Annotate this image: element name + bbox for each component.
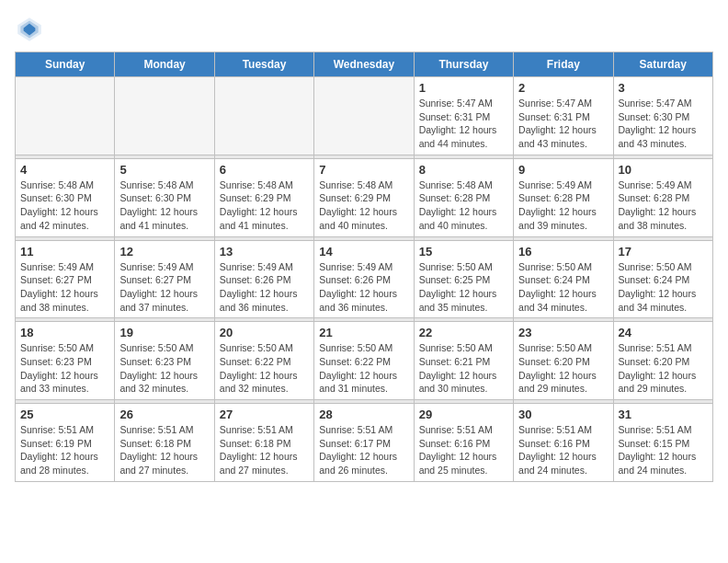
day-info: Sunrise: 5:50 AMSunset: 6:22 PMDaylight:… <box>220 341 309 396</box>
day-info: Sunrise: 5:49 AMSunset: 6:28 PMDaylight:… <box>619 178 708 233</box>
day-number: 20 <box>220 326 309 339</box>
day-number: 18 <box>20 326 109 339</box>
day-number: 12 <box>119 245 209 259</box>
day-number: 2 <box>518 81 608 95</box>
day-cell: 4Sunrise: 5:48 AMSunset: 6:30 PMDaylight… <box>16 158 115 236</box>
day-cell: 20Sunrise: 5:50 AMSunset: 6:22 PMDayligh… <box>214 322 313 400</box>
week-row-5: 25Sunrise: 5:51 AMSunset: 6:19 PMDayligh… <box>16 404 713 482</box>
weekday-header-tuesday: Tuesday <box>214 52 313 77</box>
day-cell: 27Sunrise: 5:51 AMSunset: 6:18 PMDayligh… <box>214 404 313 482</box>
calendar-table: SundayMondayTuesdayWednesdayThursdayFrid… <box>15 52 713 482</box>
day-info: Sunrise: 5:48 AMSunset: 6:29 PMDaylight:… <box>220 178 309 233</box>
day-cell: 3Sunrise: 5:47 AMSunset: 6:30 PMDaylight… <box>613 77 712 155</box>
day-cell <box>314 77 414 155</box>
logo-icon <box>15 15 44 44</box>
day-number: 4 <box>20 163 109 177</box>
page-header <box>15 15 713 44</box>
day-number: 11 <box>20 245 109 259</box>
day-info: Sunrise: 5:47 AMSunset: 6:30 PMDaylight:… <box>619 97 708 151</box>
weekday-header-thursday: Thursday <box>414 52 513 77</box>
day-number: 31 <box>619 408 708 421</box>
day-info: Sunrise: 5:50 AMSunset: 6:21 PMDaylight:… <box>419 341 508 396</box>
day-number: 1 <box>419 81 508 95</box>
weekday-header-wednesday: Wednesday <box>314 52 414 77</box>
day-info: Sunrise: 5:49 AMSunset: 6:26 PMDaylight:… <box>220 260 309 315</box>
day-info: Sunrise: 5:51 AMSunset: 6:18 PMDaylight:… <box>119 423 209 477</box>
day-cell: 28Sunrise: 5:51 AMSunset: 6:17 PMDayligh… <box>314 404 414 482</box>
day-cell: 17Sunrise: 5:50 AMSunset: 6:24 PMDayligh… <box>613 240 712 318</box>
logo <box>15 15 48 44</box>
day-cell: 14Sunrise: 5:49 AMSunset: 6:26 PMDayligh… <box>314 240 414 318</box>
day-cell: 21Sunrise: 5:50 AMSunset: 6:22 PMDayligh… <box>314 322 414 400</box>
day-cell: 5Sunrise: 5:48 AMSunset: 6:30 PMDaylight… <box>115 158 214 236</box>
day-cell: 2Sunrise: 5:47 AMSunset: 6:31 PMDaylight… <box>514 77 613 155</box>
day-cell: 10Sunrise: 5:49 AMSunset: 6:28 PMDayligh… <box>613 158 712 236</box>
day-info: Sunrise: 5:49 AMSunset: 6:28 PMDaylight:… <box>518 178 608 233</box>
day-info: Sunrise: 5:47 AMSunset: 6:31 PMDaylight:… <box>518 97 608 151</box>
day-number: 22 <box>419 326 508 339</box>
day-info: Sunrise: 5:51 AMSunset: 6:17 PMDaylight:… <box>319 423 408 477</box>
day-number: 8 <box>419 163 508 177</box>
day-cell <box>16 77 115 155</box>
day-cell: 31Sunrise: 5:51 AMSunset: 6:15 PMDayligh… <box>613 404 712 482</box>
day-cell: 9Sunrise: 5:49 AMSunset: 6:28 PMDaylight… <box>514 158 613 236</box>
day-info: Sunrise: 5:50 AMSunset: 6:24 PMDaylight:… <box>619 260 708 315</box>
day-info: Sunrise: 5:51 AMSunset: 6:16 PMDaylight:… <box>518 423 608 477</box>
day-number: 23 <box>518 326 608 339</box>
day-number: 27 <box>220 408 309 421</box>
day-info: Sunrise: 5:49 AMSunset: 6:26 PMDaylight:… <box>319 260 408 315</box>
week-row-1: 1Sunrise: 5:47 AMSunset: 6:31 PMDaylight… <box>16 77 713 155</box>
day-info: Sunrise: 5:51 AMSunset: 6:18 PMDaylight:… <box>220 423 309 477</box>
day-number: 6 <box>220 163 309 177</box>
day-cell: 6Sunrise: 5:48 AMSunset: 6:29 PMDaylight… <box>214 158 313 236</box>
day-info: Sunrise: 5:51 AMSunset: 6:15 PMDaylight:… <box>619 423 708 477</box>
day-cell: 18Sunrise: 5:50 AMSunset: 6:23 PMDayligh… <box>16 322 115 400</box>
day-number: 28 <box>319 408 408 421</box>
day-number: 5 <box>119 163 209 177</box>
day-number: 26 <box>119 408 209 421</box>
day-info: Sunrise: 5:50 AMSunset: 6:25 PMDaylight:… <box>419 260 508 315</box>
day-cell: 26Sunrise: 5:51 AMSunset: 6:18 PMDayligh… <box>115 404 214 482</box>
day-number: 13 <box>220 245 309 259</box>
week-row-3: 11Sunrise: 5:49 AMSunset: 6:27 PMDayligh… <box>16 240 713 318</box>
weekday-header-monday: Monday <box>115 52 214 77</box>
day-cell: 12Sunrise: 5:49 AMSunset: 6:27 PMDayligh… <box>115 240 214 318</box>
week-row-4: 18Sunrise: 5:50 AMSunset: 6:23 PMDayligh… <box>16 322 713 400</box>
day-info: Sunrise: 5:51 AMSunset: 6:20 PMDaylight:… <box>619 341 708 396</box>
day-number: 3 <box>619 81 708 95</box>
day-info: Sunrise: 5:50 AMSunset: 6:20 PMDaylight:… <box>518 341 608 396</box>
day-info: Sunrise: 5:51 AMSunset: 6:16 PMDaylight:… <box>419 423 508 477</box>
day-number: 24 <box>619 326 708 339</box>
day-info: Sunrise: 5:49 AMSunset: 6:27 PMDaylight:… <box>20 260 109 315</box>
day-cell: 15Sunrise: 5:50 AMSunset: 6:25 PMDayligh… <box>414 240 513 318</box>
day-info: Sunrise: 5:48 AMSunset: 6:29 PMDaylight:… <box>319 178 408 233</box>
day-number: 30 <box>518 408 608 421</box>
weekday-header-sunday: Sunday <box>16 52 115 77</box>
day-cell: 7Sunrise: 5:48 AMSunset: 6:29 PMDaylight… <box>314 158 414 236</box>
day-number: 14 <box>319 245 408 259</box>
day-info: Sunrise: 5:49 AMSunset: 6:27 PMDaylight:… <box>119 260 209 315</box>
day-cell: 1Sunrise: 5:47 AMSunset: 6:31 PMDaylight… <box>414 77 513 155</box>
day-info: Sunrise: 5:48 AMSunset: 6:28 PMDaylight:… <box>419 178 508 233</box>
day-cell: 11Sunrise: 5:49 AMSunset: 6:27 PMDayligh… <box>16 240 115 318</box>
day-number: 7 <box>319 163 408 177</box>
day-cell: 16Sunrise: 5:50 AMSunset: 6:24 PMDayligh… <box>514 240 613 318</box>
day-info: Sunrise: 5:50 AMSunset: 6:24 PMDaylight:… <box>518 260 608 315</box>
day-cell: 19Sunrise: 5:50 AMSunset: 6:23 PMDayligh… <box>115 322 214 400</box>
day-number: 25 <box>20 408 109 421</box>
weekday-header-friday: Friday <box>514 52 613 77</box>
weekday-header-row: SundayMondayTuesdayWednesdayThursdayFrid… <box>16 52 713 77</box>
week-row-2: 4Sunrise: 5:48 AMSunset: 6:30 PMDaylight… <box>16 158 713 236</box>
day-number: 16 <box>518 245 608 259</box>
day-cell: 13Sunrise: 5:49 AMSunset: 6:26 PMDayligh… <box>214 240 313 318</box>
day-info: Sunrise: 5:48 AMSunset: 6:30 PMDaylight:… <box>20 178 109 233</box>
day-info: Sunrise: 5:51 AMSunset: 6:19 PMDaylight:… <box>20 423 109 477</box>
day-info: Sunrise: 5:50 AMSunset: 6:23 PMDaylight:… <box>119 341 209 396</box>
day-cell: 29Sunrise: 5:51 AMSunset: 6:16 PMDayligh… <box>414 404 513 482</box>
day-number: 17 <box>619 245 708 259</box>
day-cell: 30Sunrise: 5:51 AMSunset: 6:16 PMDayligh… <box>514 404 613 482</box>
day-info: Sunrise: 5:50 AMSunset: 6:22 PMDaylight:… <box>319 341 408 396</box>
day-number: 15 <box>419 245 508 259</box>
day-cell: 23Sunrise: 5:50 AMSunset: 6:20 PMDayligh… <box>514 322 613 400</box>
day-cell: 22Sunrise: 5:50 AMSunset: 6:21 PMDayligh… <box>414 322 513 400</box>
